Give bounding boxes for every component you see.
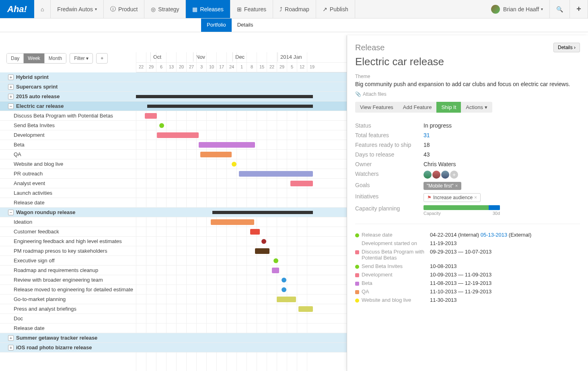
calendar-icon: ▦ [192, 6, 197, 12]
nav-product-label: Product [118, 6, 138, 12]
tab-portfolio[interactable]: Portfolio [201, 19, 232, 32]
product-dropdown-label: Fredwin Autos [57, 6, 93, 12]
user-menu[interactable]: Brian de Haaff▾ [485, 0, 550, 18]
home-nav[interactable]: ⌂ [34, 0, 51, 18]
product-dropdown[interactable]: Fredwin Autos▾ [51, 0, 104, 18]
nav-releases[interactable]: ▦Releases [186, 0, 230, 18]
caret-down-icon: ▾ [541, 7, 543, 11]
nav-features[interactable]: ⊞Features [230, 0, 273, 18]
nav-publish-label: Publish [330, 6, 348, 12]
plus-icon: + [576, 4, 581, 14]
search-icon: 🔍 [556, 6, 563, 12]
nav-strategy-label: Strategy [158, 6, 179, 12]
grid-icon: ⊞ [237, 6, 242, 12]
user-name: Brian de Haaff [503, 6, 539, 12]
logo[interactable]: Aha! [0, 0, 34, 18]
nav-publish[interactable]: ↗Publish [316, 0, 355, 18]
avatar [491, 5, 500, 14]
search-button[interactable]: 🔍 [550, 0, 570, 18]
caret-down-icon: ▾ [95, 7, 97, 11]
home-icon: ⌂ [41, 6, 44, 12]
sub-nav: Portfolio Details [0, 19, 588, 32]
tab-details[interactable]: Details [232, 19, 259, 32]
nav-product[interactable]: ⓘProduct [104, 0, 144, 18]
nav-strategy[interactable]: ◎Strategy [144, 0, 186, 18]
nav-roadmap-label: Roadmap [285, 6, 309, 12]
add-button[interactable]: + [570, 0, 588, 18]
target-icon: ◎ [151, 6, 156, 12]
nav-releases-label: Releases [200, 6, 223, 12]
nav-features-label: Features [244, 6, 266, 12]
nav-roadmap[interactable]: ⤴Roadmap [273, 0, 316, 18]
info-icon: ⓘ [110, 6, 116, 13]
share-icon: ↗ [323, 6, 327, 12]
branch-icon: ⤴ [280, 6, 282, 12]
top-nav: Aha! ⌂ Fredwin Autos▾ ⓘProduct ◎Strategy… [0, 0, 588, 19]
